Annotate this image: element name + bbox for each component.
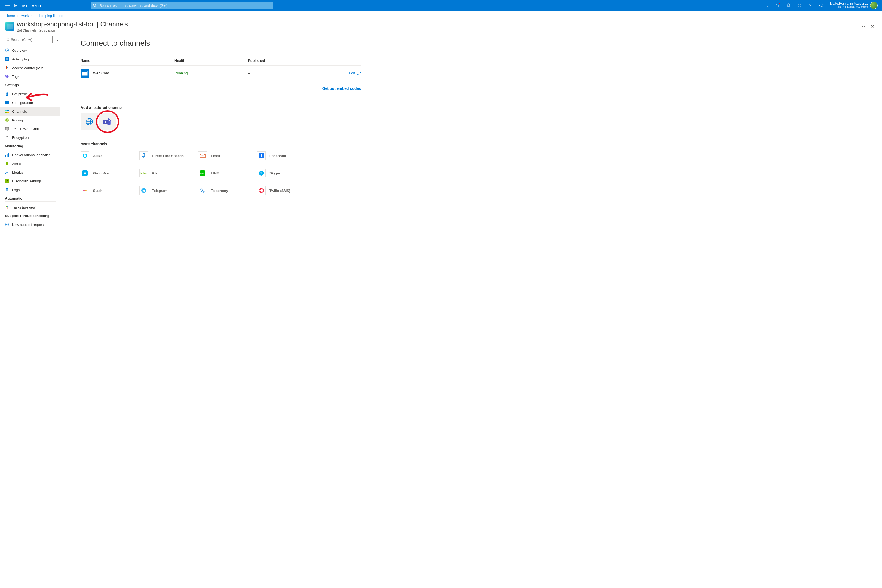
sidebar-item-label: New support request — [12, 223, 45, 227]
svg-rect-31 — [8, 171, 8, 174]
channel-name[interactable]: Web Chat — [93, 71, 109, 75]
sidebar-search-input[interactable] — [11, 38, 51, 42]
content-pane: Connect to channels Name Health Publishe… — [60, 34, 882, 229]
sidebar-group-header: Automation — [5, 194, 56, 202]
sidebar-search[interactable] — [5, 36, 52, 43]
channel-email[interactable]: Email — [198, 150, 257, 162]
svg-point-34 — [8, 206, 9, 207]
more-channels-grid: Alexa Direct Line Speech Email f Faceboo… — [81, 150, 874, 197]
collapse-sidebar-button[interactable] — [56, 38, 60, 41]
cloud-shell-button[interactable] — [761, 0, 772, 11]
breadcrumb-home[interactable]: Home — [6, 14, 15, 18]
chevron-right-icon: › — [17, 14, 18, 18]
sidebar-item-label: Alerts — [12, 162, 21, 166]
svg-point-37 — [6, 224, 8, 225]
svg-point-9 — [6, 50, 8, 51]
featured-directline-button[interactable] — [81, 113, 98, 130]
sidebar-item-label: Diagnostic settings — [12, 179, 42, 183]
channel-kik[interactable]: kik• Kik — [140, 167, 198, 179]
page-title-row: workshop-shopping-list-bot | Channels Bo… — [0, 20, 882, 34]
sidebar-item-access-control-iam-[interactable]: Access control (IAM) — [5, 63, 60, 72]
channel-slack[interactable]: Slack — [81, 184, 140, 197]
sidebar-item-label: Bot profile — [12, 92, 28, 96]
direct-line-speech-icon — [140, 152, 148, 160]
line-icon: LINE — [198, 169, 207, 177]
brand-label[interactable]: Microsoft Azure — [13, 3, 44, 8]
sidebar-item-configuration[interactable]: Configuration — [5, 98, 60, 107]
conversational-analytics-icon — [5, 153, 9, 157]
sidebar-item-tags[interactable]: Tags — [5, 72, 60, 81]
sidebar-item-label: Configuration — [12, 101, 33, 105]
tags-icon — [5, 74, 9, 79]
svg-rect-63 — [85, 190, 87, 191]
test-in-web-chat-icon — [5, 127, 9, 131]
svg-point-70 — [260, 191, 261, 192]
channel-skype[interactable]: S Skype — [257, 167, 316, 179]
sidebar-item-label: Logs — [12, 188, 20, 192]
cloud-shell-icon — [765, 3, 769, 8]
sidebar-item-channels[interactable]: Channels — [0, 107, 60, 116]
breadcrumb-current[interactable]: workshop-shopping-list-bot — [21, 14, 63, 18]
channel-alexa[interactable]: Alexa — [81, 150, 140, 162]
svg-rect-30 — [6, 172, 7, 174]
sidebar-item-label: Channels — [12, 110, 27, 114]
channel-facebook[interactable]: f Facebook — [257, 150, 316, 162]
svg-point-33 — [6, 206, 7, 207]
sidebar-item-overview[interactable]: Overview — [5, 46, 60, 55]
channel-telephony[interactable]: Telephony — [198, 184, 257, 197]
sidebar-item-logs[interactable]: Logs — [5, 185, 60, 194]
channel-groupme[interactable]: # GroupMe — [81, 167, 140, 179]
sidebar-item-test-in-web-chat[interactable]: Test in Web Chat — [5, 124, 60, 133]
sidebar-item-tasks-preview-[interactable]: Tasks (preview) — [5, 203, 60, 212]
channel-label: Facebook — [270, 154, 286, 158]
sidebar-item-bot-profile[interactable]: Bot profile — [5, 90, 60, 98]
channel-line[interactable]: LINE LINE — [198, 167, 257, 179]
settings-button[interactable] — [794, 0, 805, 11]
sidebar-item-alerts[interactable]: Alerts — [5, 159, 60, 168]
resource-icon — [6, 22, 14, 31]
sidebar-group-header: Settings — [5, 81, 56, 88]
help-button[interactable] — [805, 0, 816, 11]
sidebar-item-conversational-analytics[interactable]: Conversational analytics — [5, 150, 60, 159]
sidebar-item-new-support-request[interactable]: New support request — [5, 220, 60, 229]
column-header-name: Name — [81, 58, 174, 63]
svg-text:T: T — [104, 120, 106, 124]
close-blade-button[interactable] — [868, 24, 876, 28]
sidebar-item-encryption[interactable]: Encryption — [5, 133, 60, 142]
directory-filter-button[interactable] — [772, 0, 783, 11]
more-actions-button[interactable]: ⋯ — [857, 23, 868, 29]
svg-point-0 — [93, 4, 96, 6]
notifications-button[interactable] — [783, 0, 794, 11]
feedback-button[interactable] — [816, 0, 827, 11]
channel-twilio-sms-[interactable]: Twilio (SMS) — [257, 184, 316, 197]
new-support-request-icon — [5, 222, 9, 227]
svg-rect-1 — [765, 4, 769, 8]
channel-label: Direct Line Speech — [152, 154, 184, 158]
user-menu[interactable]: Malte.Reimann@studen... STUDENT AMBASSAD… — [827, 2, 880, 9]
channel-label: Slack — [93, 189, 102, 193]
channel-telegram[interactable]: Telegram — [140, 184, 198, 197]
sidebar-group-header: Support + troubleshooting — [5, 212, 56, 219]
svg-rect-27 — [8, 153, 9, 156]
svg-rect-16 — [6, 102, 8, 102]
svg-rect-29 — [6, 173, 6, 174]
edit-channel-button[interactable]: Edit — [346, 71, 361, 75]
sidebar-item-diagnostic-settings[interactable]: Diagnostic settings — [5, 177, 60, 185]
svg-rect-64 — [85, 189, 85, 190]
featured-teams-button[interactable]: T — [99, 113, 116, 130]
sidebar-item-activity-log[interactable]: Activity log — [5, 55, 60, 63]
global-search[interactable] — [91, 2, 273, 9]
sidebar-item-metrics[interactable]: Metrics — [5, 168, 60, 177]
global-search-input[interactable] — [99, 3, 270, 8]
channel-direct-line-speech[interactable]: Direct Line Speech — [140, 150, 198, 162]
svg-point-2 — [799, 5, 800, 6]
hamburger-menu[interactable] — [2, 0, 13, 11]
svg-point-7 — [7, 39, 9, 40]
channel-label: LINE — [211, 171, 219, 175]
svg-point-5 — [820, 5, 821, 6]
sidebar: Overview Activity log Access control (IA… — [0, 34, 60, 229]
sidebar-group-header: Monitoring — [5, 142, 56, 150]
search-icon — [93, 3, 97, 8]
get-embed-codes-link[interactable]: Get bot embed codes — [322, 86, 361, 91]
sidebar-item-pricing[interactable]: $ Pricing — [5, 116, 60, 124]
